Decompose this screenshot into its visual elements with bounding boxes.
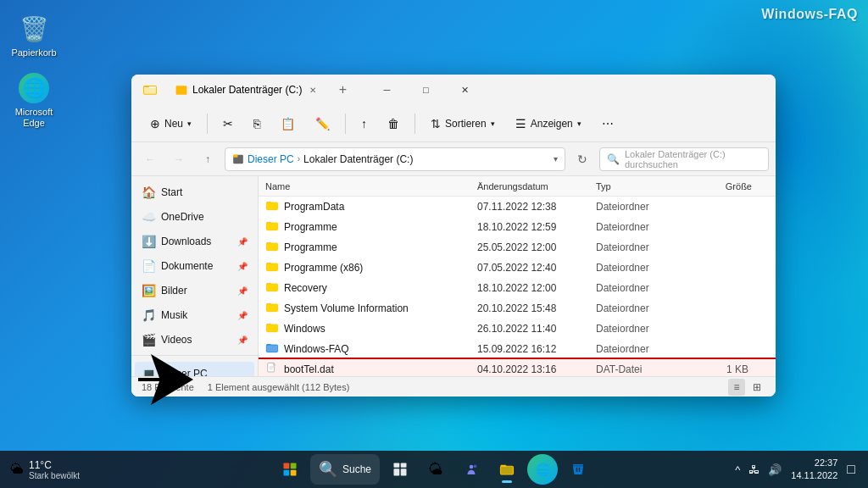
sidebar-item-bilder[interactable]: 🖼️ Bilder 📌: [135, 279, 254, 302]
delete-btn[interactable]: 🗑: [379, 110, 408, 137]
new-tab-btn[interactable]: +: [331, 78, 354, 102]
minimize-btn[interactable]: ─: [368, 76, 405, 103]
toolbar-sep-1: [207, 114, 208, 134]
file-date-cell: 18.10.2022 12:59: [470, 221, 589, 233]
rename-btn[interactable]: ✏️: [307, 110, 338, 137]
search-placeholder: Lokaler Datenträger (C:) durchsuchen: [625, 149, 761, 169]
back-btn[interactable]: ←: [138, 147, 162, 171]
svg-point-51: [474, 464, 477, 468]
col-header-name[interactable]: Name: [259, 181, 470, 191]
notification-icon[interactable]: □: [844, 460, 858, 479]
maximize-btn[interactable]: □: [407, 76, 444, 103]
chevron-up-icon[interactable]: ^: [732, 462, 743, 478]
taskbar-taskview-btn[interactable]: [385, 454, 415, 485]
taskbar-teams-btn[interactable]: [456, 454, 487, 485]
table-row[interactable]: System Volume Information 20.10.2022 15:…: [259, 298, 776, 319]
svg-rect-4: [233, 154, 237, 157]
refresh-btn[interactable]: ↻: [570, 147, 594, 171]
table-row[interactable]: Programme (x86) 07.05.2022 12:40 Dateior…: [259, 258, 776, 278]
search-icon: 🔍: [607, 153, 620, 165]
pin-icon-musik: 📌: [237, 311, 248, 320]
tab-close-btn[interactable]: ✕: [307, 85, 319, 96]
svg-rect-21: [266, 304, 277, 312]
taskbar-search-btn[interactable]: 🔍 Suche: [310, 454, 380, 485]
up-btn[interactable]: ↑: [196, 147, 220, 171]
new-icon: ⊕: [150, 117, 160, 130]
svg-rect-44: [283, 470, 289, 476]
view-label: Anzeigen: [531, 118, 573, 130]
sidebar-item-onedrive[interactable]: ☁️ OneDrive: [135, 205, 254, 229]
file-icon: [265, 260, 279, 276]
sidebar: 🏠 Start ☁️ OneDrive ⬇️ Downloads 📌 📄 Dok…: [131, 176, 259, 376]
new-btn[interactable]: ⊕ Neu ▾: [142, 110, 200, 137]
taskbar-weather[interactable]: 🌥 11°C Stark bewölkt: [10, 459, 80, 480]
tab-bar: Lokaler Datenträger (C:) ✕ +: [165, 78, 354, 102]
table-row[interactable]: Windows-FAQ 15.09.2022 16:12 Dateiordner: [259, 339, 776, 359]
file-name-cell: Windows-FAQ: [259, 341, 470, 358]
svg-rect-27: [266, 345, 277, 352]
svg-point-50: [470, 465, 474, 469]
search-box[interactable]: 🔍 Lokaler Datenträger (C:) durchsuchen: [599, 147, 769, 171]
table-row[interactable]: Windows 26.10.2022 11:40 Dateiordner: [259, 319, 776, 339]
list-view-btn[interactable]: ≡: [728, 379, 745, 396]
tab-c-drive[interactable]: Lokaler Datenträger (C:) ✕: [165, 78, 329, 102]
svg-rect-24: [266, 324, 277, 332]
view-icon: ☰: [515, 117, 526, 130]
file-type-cell: DAT-Datei: [589, 363, 691, 375]
sidebar-item-start[interactable]: 🏠 Start: [135, 180, 254, 204]
sidebar-item-dokumente[interactable]: 📄 Dokumente 📌: [135, 254, 254, 278]
sidebar-item-downloads[interactable]: ⬇️ Downloads 📌: [135, 230, 254, 253]
taskbar-edge-btn[interactable]: 🌐: [527, 454, 558, 485]
title-bar: Lokaler Datenträger (C:) ✕ + ─ □ ✕: [131, 75, 776, 105]
toolbar-sep-2: [345, 114, 346, 134]
file-rows-container: ProgramData 07.11.2022 12:38 Dateiordner…: [259, 197, 776, 376]
taskbar-store-btn[interactable]: [563, 454, 593, 485]
taskbar-clock[interactable]: 22:37 14.11.2022: [791, 457, 837, 483]
close-btn[interactable]: ✕: [446, 76, 483, 103]
table-row[interactable]: Programme 18.10.2022 12:59 Dateiordner: [259, 217, 776, 237]
share-btn[interactable]: ↑: [353, 110, 376, 137]
breadcrumb-dropdown[interactable]: ▾: [554, 154, 558, 164]
file-name-cell: Programme: [259, 240, 470, 256]
cut-btn[interactable]: ✂: [214, 110, 242, 137]
forward-btn[interactable]: →: [167, 147, 191, 171]
taskbar-start-btn[interactable]: [275, 454, 305, 485]
file-icon: [265, 362, 279, 377]
taskbar-widgets-btn[interactable]: 🌤: [420, 454, 451, 485]
table-row[interactable]: ProgramData 07.11.2022 12:38 Dateiordner: [259, 197, 776, 217]
file-list: Name Änderungsdatum Typ Größe ProgramDat…: [259, 176, 776, 376]
breadcrumb[interactable]: Dieser PC › Lokaler Datenträger (C:) ▾: [225, 147, 565, 171]
file-name-text: Programme: [284, 241, 337, 253]
file-date-cell: 25.05.2022 12:00: [470, 241, 589, 253]
file-name-text: Programme (x86): [284, 262, 363, 274]
more-btn[interactable]: ⋯: [593, 110, 622, 137]
sidebar-item-dieser-pc[interactable]: 💻 Dieser PC: [135, 362, 254, 376]
desktop-icon-edge[interactable]: 🌐 Microsoft Edge: [7, 69, 61, 132]
taskbar-explorer-btn[interactable]: [492, 454, 522, 485]
file-name-text: Programme: [284, 221, 337, 233]
breadcrumb-pc[interactable]: Dieser PC: [248, 153, 294, 165]
file-date-cell: 15.09.2022 16:12: [470, 343, 589, 355]
table-row[interactable]: Recovery 18.10.2022 12:00 Dateiordner: [259, 278, 776, 298]
paste-btn[interactable]: 📋: [272, 110, 303, 137]
sort-btn[interactable]: ⇅ Sortieren ▾: [422, 110, 504, 137]
table-row[interactable]: bootTel.dat 04.10.2022 13:16 DAT-Datei 1…: [259, 359, 776, 376]
col-header-size[interactable]: Größe: [691, 181, 759, 191]
copy-btn[interactable]: ⎘: [245, 110, 269, 137]
col-header-date[interactable]: Änderungsdatum: [470, 181, 589, 191]
sidebar-item-musik[interactable]: 🎵 Musik 📌: [135, 303, 254, 327]
desktop-icon-recycle-bin[interactable]: 🗑️ Papierkorb: [7, 10, 61, 62]
view-btn[interactable]: ☰ Anzeigen ▾: [507, 110, 590, 137]
edge-label: Microsoft Edge: [10, 107, 58, 129]
file-name-text: Windows: [284, 323, 326, 335]
file-name-cell: ProgramData: [259, 199, 470, 215]
volume-icon[interactable]: 🔊: [765, 462, 784, 478]
sidebar-item-videos[interactable]: 🎬 Videos 📌: [135, 328, 254, 352]
network-icon[interactable]: 🖧: [746, 462, 762, 478]
home-icon: 🏠: [142, 186, 156, 199]
file-type-cell: Dateiordner: [589, 262, 691, 274]
svg-rect-18: [266, 284, 277, 291]
col-header-type[interactable]: Typ: [589, 181, 691, 191]
table-row[interactable]: Programme 25.05.2022 12:00 Dateiordner: [259, 237, 776, 258]
grid-view-btn[interactable]: ⊞: [748, 379, 765, 396]
